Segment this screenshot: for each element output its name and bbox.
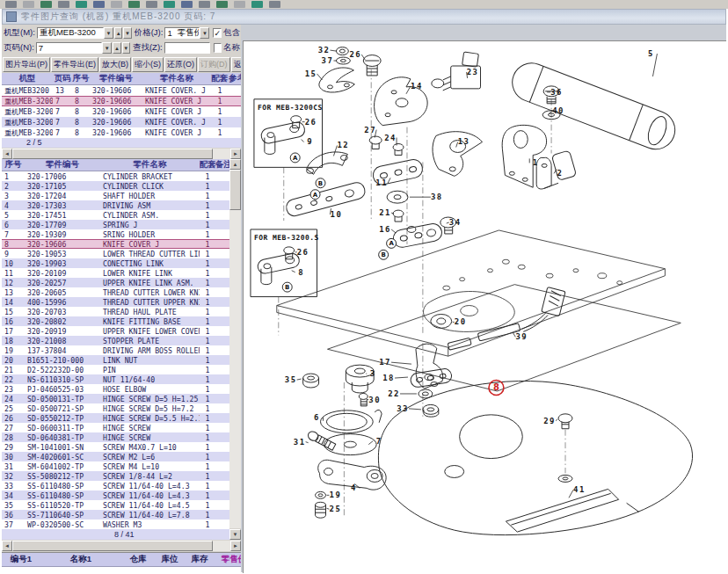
- part-number-label[interactable]: 9: [307, 138, 313, 147]
- scroll-up-icon[interactable]: ▲: [229, 159, 241, 170]
- part-row[interactable]: 16320-20802KNIFE FITTING BASE1: [2, 316, 229, 326]
- part-row[interactable]: 14400-15996THREAD CUTTER UPPER KNIFE1: [2, 297, 229, 307]
- find-input[interactable]: [164, 42, 210, 54]
- machine-row[interactable]: 重机MEB-320078320-19606KNIFE COVER J1: [2, 106, 241, 117]
- part-number-label[interactable]: 2: [557, 169, 564, 178]
- part-number-label[interactable]: 18: [382, 374, 395, 382]
- part-row[interactable]: 33SS-6110480-SPSCREW 11/64-40 L=4.31: [2, 481, 229, 490]
- part-row[interactable]: 11320-20109LOWER KNIFE LINK1: [2, 268, 229, 278]
- part-number-label[interactable]: 3: [370, 369, 376, 378]
- vertical-scrollbar[interactable]: ▲: [229, 159, 241, 528]
- part-row[interactable]: 22NS-6110310-SPNUT 11/64-401: [2, 374, 229, 384]
- part-number-label[interactable]: 17: [379, 358, 391, 367]
- part-number-label[interactable]: 27: [364, 126, 376, 134]
- part-number-label[interactable]: 21: [379, 208, 391, 217]
- scroll-right-icon[interactable]: ►: [230, 149, 241, 159]
- machine-row[interactable]: 重机MEB-320078320-19606KNIFE COVER J1: [2, 96, 241, 106]
- machine-row[interactable]: 重机MEB-320078320-19606KNIFE COVER. J1: [2, 117, 241, 127]
- part-row[interactable]: 10320-19903CONECTING LINK1: [2, 258, 229, 268]
- part-row[interactable]: 5320-17451CYLINDER ASM.1: [2, 210, 229, 220]
- part-number-label[interactable]: 24: [384, 134, 397, 142]
- part-number-label[interactable]: 40: [552, 106, 564, 115]
- page-dropdown-icon[interactable]: ▼: [102, 42, 112, 54]
- part-number-label[interactable]: 26: [305, 118, 317, 127]
- part-number-label[interactable]: 26: [349, 50, 361, 59]
- scroll-track[interactable]: [229, 170, 241, 528]
- toolbar-button[interactable]: 返回(C): [231, 57, 242, 72]
- part-number-label[interactable]: 19: [330, 490, 342, 499]
- toolbar-button[interactable]: 还原(O): [164, 57, 197, 72]
- part-row[interactable]: 3320-17204SHAFT HOLDER1: [2, 191, 229, 200]
- price-combobox[interactable]: 1 零售价: [164, 27, 200, 39]
- toolbar-button[interactable]: 缩小(S): [132, 57, 164, 72]
- part-row[interactable]: 19137-37804DRIVING ARM BOSS ROLLER1: [2, 345, 229, 355]
- part-number-label[interactable]: 26: [297, 248, 309, 257]
- page-down-button[interactable]: ▼: [122, 42, 130, 54]
- part-row[interactable]: 1320-17006CYLINDER BRACKET1: [2, 171, 229, 181]
- name-checkbox[interactable]: [214, 43, 222, 53]
- scroll-thumb[interactable]: [12, 541, 213, 551]
- part-number-label[interactable]: 31: [294, 438, 306, 447]
- part-number-label[interactable]: 20: [455, 317, 467, 326]
- part-number-label[interactable]: 6: [314, 413, 320, 422]
- part-row[interactable]: 4320-17303DRIVING ASM1: [2, 200, 229, 210]
- scroll-left-icon[interactable]: ◄: [2, 149, 12, 159]
- part-row[interactable]: 8320-19606KNIFE COVER J1: [2, 239, 229, 249]
- model-down-button[interactable]: ▼: [123, 27, 131, 39]
- part-number-label[interactable]: 16: [379, 225, 391, 234]
- part-row[interactable]: 30SM-4020601-SCSCREW M2 L=61: [2, 452, 229, 461]
- page-up-button[interactable]: ▲: [113, 42, 120, 54]
- part-number-label[interactable]: 15: [305, 69, 317, 78]
- scroll-right-icon[interactable]: ►: [230, 541, 241, 551]
- part-row[interactable]: 24SD-0500131-TPHINGE SCREW D=5 H=1.251: [2, 394, 229, 403]
- part-row[interactable]: 26SD-0550212-TPHINGE SCREW D=5.5 H=2.11: [2, 413, 229, 423]
- machine-row[interactable]: 重机MEB-320078320-19606KNIFE COVER J1: [2, 127, 241, 138]
- part-row[interactable]: 32SS-5080212-TPSCREW 1/8-44 L=21: [2, 471, 229, 481]
- part-row[interactable]: 18320-21008STOPPER PLATE1: [2, 336, 229, 345]
- model-up-button[interactable]: ▲: [114, 27, 122, 39]
- part-number-label[interactable]: 25: [330, 505, 342, 513]
- part-row[interactable]: 13320-20605THREAD CUTTER LOWER KNIFE1: [2, 287, 229, 297]
- part-row[interactable]: 6320-17709SPRING J1: [2, 220, 229, 229]
- scroll-track[interactable]: [12, 541, 230, 551]
- part-number-label[interactable]: 5: [648, 49, 654, 58]
- part-number-label[interactable]: 8: [298, 268, 304, 277]
- part-row[interactable]: 34SS-6110480-SPSCREW 11/64-40 L=4.31: [2, 490, 229, 500]
- toolbar-button[interactable]: 图片导出(P): [3, 57, 50, 72]
- scroll-down-icon[interactable]: ▼: [229, 529, 241, 540]
- part-row[interactable]: 20B1651-210-000LINK NUT1: [2, 355, 229, 365]
- machine-row[interactable]: 重机MEB3200138320-19606KNIFE COVER. J1: [2, 85, 241, 96]
- scroll-left-icon[interactable]: ◄: [2, 541, 12, 551]
- part-row[interactable]: 15320-20703THREAD HAUL PLATE1: [2, 307, 229, 316]
- part-number-label[interactable]: 32: [318, 46, 331, 54]
- part-row[interactable]: 28SD-0640381-TPHINGE SCREW1: [2, 432, 229, 442]
- part-number-label[interactable]: 4: [351, 483, 357, 492]
- part-row[interactable]: 12320-20257UPPER KNIFE LINK ASM.1: [2, 278, 229, 287]
- part-number-label[interactable]: 37: [322, 56, 334, 65]
- part-number-label[interactable]: 14: [411, 82, 423, 91]
- selected-part-number[interactable]: 8: [493, 382, 499, 392]
- part-row[interactable]: 9320-19053LOWER THREAD CUTTER LINK1: [2, 249, 229, 258]
- horizontal-scrollbar-top[interactable]: ◄ ►: [2, 149, 241, 159]
- part-number-label[interactable]: 34: [449, 218, 462, 227]
- part-number-label[interactable]: 1: [533, 158, 539, 167]
- part-number-label[interactable]: 23: [467, 68, 479, 76]
- part-row[interactable]: 35SS-6110520-TPSCREW 11/64-40 L=4.51: [2, 500, 229, 510]
- part-row[interactable]: 29SM-1041001-SNSCREW M4X0.7 L=101: [2, 442, 229, 452]
- part-number-label[interactable]: 30: [368, 396, 381, 404]
- part-row[interactable]: 37WP-0320500-SCWASHER M31: [2, 520, 229, 529]
- scroll-thumb[interactable]: [12, 149, 213, 159]
- page-combobox[interactable]: 7: [36, 42, 103, 54]
- scroll-track[interactable]: [12, 149, 230, 159]
- horizontal-scrollbar-bottom[interactable]: ◄ ►: [2, 541, 241, 551]
- model-combobox[interactable]: 重机MEB-3200: [37, 27, 104, 39]
- scroll-thumb[interactable]: [229, 170, 241, 210]
- part-row[interactable]: 2320-17105CYLINDER CLICK1: [2, 181, 229, 191]
- part-number-label[interactable]: 36: [550, 88, 563, 97]
- part-row[interactable]: 27SD-0600311-TPHINGE SCREW1: [2, 423, 229, 432]
- part-number-label[interactable]: 29: [543, 417, 556, 425]
- part-number-label[interactable]: 41: [573, 485, 586, 494]
- part-number-label[interactable]: 33: [397, 404, 409, 413]
- part-number-label[interactable]: 10: [331, 210, 343, 219]
- include-checkbox[interactable]: ✓: [213, 28, 222, 38]
